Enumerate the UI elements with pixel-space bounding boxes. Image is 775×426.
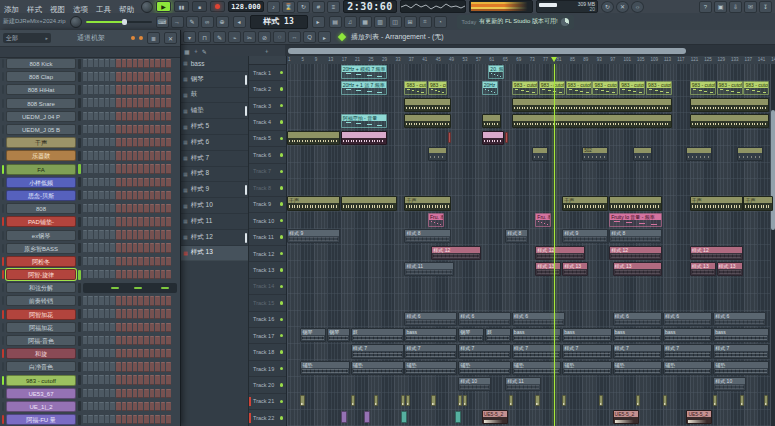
step-cell[interactable] [83,362,88,372]
typing-keyboard-icon[interactable]: ⌨ [156,16,169,28]
step-cell[interactable] [94,270,99,280]
step-cell[interactable] [116,204,121,214]
add-track-icon[interactable]: ＋ [264,47,270,56]
step-cell[interactable] [133,191,138,201]
step-cell[interactable] [133,98,138,108]
clip[interactable] [448,132,451,143]
step-cell[interactable] [116,125,121,135]
step-cell[interactable] [105,230,110,240]
step-cell[interactable] [144,349,149,359]
step-cell[interactable] [116,389,121,399]
step-cell[interactable] [161,151,166,161]
step-cell[interactable] [155,178,160,188]
step-cell[interactable] [110,323,115,333]
track-header[interactable]: Track 13 [249,262,286,278]
step-cell[interactable] [150,59,155,69]
step-cell[interactable] [133,164,138,174]
step-cell[interactable] [105,375,110,385]
channel-button[interactable]: UE_1|_2 [6,401,76,412]
clip[interactable]: 干声 [690,196,743,210]
step-cell[interactable] [99,112,104,122]
step-cell[interactable] [116,415,121,425]
clip[interactable]: 样式 6 [512,312,565,326]
mute-icon[interactable]: ◌ [273,31,286,43]
channel-mute-led[interactable] [2,244,4,253]
step-cell[interactable] [116,164,121,174]
track-enable-led[interactable] [280,400,284,404]
step-cell[interactable] [94,257,99,267]
step-cell[interactable] [166,204,171,214]
channel-button[interactable]: 阿智-旋律 [6,269,76,280]
step-cell[interactable] [161,323,166,333]
step-cell[interactable] [150,178,155,188]
clip[interactable]: 铺垫 [663,361,713,375]
clip[interactable]: 983 - cutoff [592,81,618,95]
step-cell[interactable] [144,164,149,174]
clip[interactable]: 钢琴 [327,328,350,342]
step-cell[interactable] [144,191,149,201]
step-cell[interactable] [99,138,104,148]
clip[interactable]: 983 - cutoff [428,81,447,95]
track-enable-led[interactable] [280,252,284,256]
clip[interactable] [633,147,652,161]
clip[interactable]: 样式 7 [458,344,511,358]
playlist-canvas[interactable]: 20Hz + 模拟 7 频率20. 频率20Hz + 1 运 7 频率983 -… [287,64,775,426]
step-cell[interactable] [110,98,115,108]
step-cell[interactable] [110,243,115,253]
plugin-picker-icon[interactable]: ⊕ [216,16,229,28]
step-cell[interactable] [122,59,127,69]
step-cell[interactable] [88,204,93,214]
step-cell[interactable] [127,243,132,253]
step-jump-icon[interactable]: → [171,16,184,28]
step-cell[interactable] [161,362,166,372]
step-cell[interactable] [122,85,127,95]
step-cell[interactable] [88,309,93,319]
step-cell[interactable] [155,375,160,385]
step-cell[interactable] [127,389,132,399]
step-cell[interactable] [83,402,88,412]
step-cell[interactable] [138,349,143,359]
step-cell[interactable] [155,164,160,174]
step-cell[interactable] [138,257,143,267]
step-cell[interactable] [155,85,160,95]
vscroll-thumb[interactable] [771,110,775,230]
save-icon[interactable]: ▣ [714,1,727,13]
step-cell[interactable] [105,125,110,135]
hint-lamp-icon[interactable]: ☼ [631,1,644,13]
clip[interactable]: 样式 13 [562,262,588,276]
clip[interactable]: 样式 13 [690,262,716,276]
track-header[interactable]: Track 10 [249,213,286,229]
step-cell[interactable] [166,85,171,95]
step-cell[interactable] [116,85,121,95]
step-cell[interactable] [116,323,121,333]
step-cell[interactable] [155,72,160,82]
step-cell[interactable] [144,296,149,306]
step-cell[interactable] [88,72,93,82]
step-cell[interactable] [94,389,99,399]
clip[interactable]: 样式 12 [535,246,585,260]
clip[interactable]: bass [404,328,457,342]
step-cell[interactable] [150,217,155,227]
step-cell[interactable] [110,402,115,412]
step-cell[interactable] [105,138,110,148]
step-cell[interactable] [110,389,115,399]
step-cell[interactable] [105,336,110,346]
step-cell[interactable] [83,296,88,306]
channel-filter-dropdown[interactable]: 全部 ▸ [3,33,51,43]
track-enable-led[interactable] [280,71,284,75]
step-cell[interactable] [105,151,110,161]
step-cell[interactable] [83,178,88,188]
step-cell[interactable] [99,151,104,161]
clip[interactable] [737,147,763,161]
step-cell[interactable] [127,98,132,108]
track-enable-led[interactable] [280,334,284,338]
step-cell[interactable] [94,323,99,333]
channel-preview[interactable] [83,283,178,293]
pattern-item[interactable]: ▦鼓 [180,88,248,104]
step-cell[interactable] [122,415,127,425]
pattern-add-icon[interactable]: ＋ [193,47,199,56]
clip[interactable]: 983 - cutoff [404,81,427,95]
piano-roll-icon[interactable]: ♫ [344,16,357,28]
step-cell[interactable] [150,204,155,214]
step-cell[interactable] [122,309,127,319]
